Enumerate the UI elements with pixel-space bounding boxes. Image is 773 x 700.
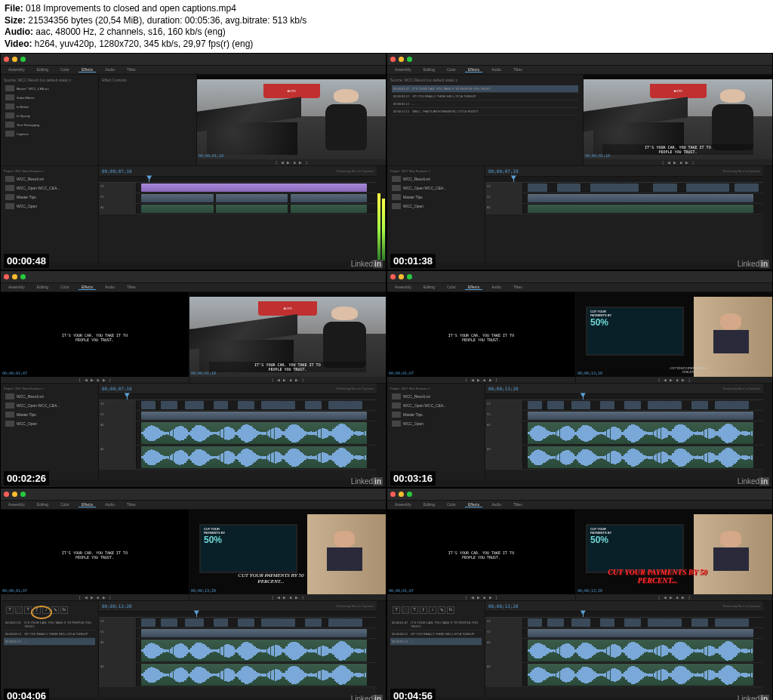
video-frame-5: AssemblyEditingColorEffectsAudioTitles I…	[386, 488, 773, 700]
video-frame-4: AssemblyEditingColorEffectsAudioTitles I…	[0, 488, 386, 700]
linkedin-watermark: Linkedin	[738, 260, 769, 268]
linkedin-watermark: Linkedin	[351, 260, 383, 268]
workspace-tabs[interactable]: AssemblyEditingColorEffectsAudioTitles	[1, 66, 386, 75]
workspace-tabs[interactable]: AssemblyEditingColorEffectsAudioTitles	[1, 283, 386, 292]
video-frame-0: AssemblyEditingColorEffectsAudioTitles S…	[0, 53, 386, 270]
title-bar	[387, 489, 772, 501]
workspace-tabs[interactable]: AssemblyEditingColorEffectsAudioTitles	[387, 283, 772, 292]
title-bar	[387, 271, 772, 283]
linkedin-watermark: Linkedin	[351, 695, 383, 700]
title-bar	[387, 54, 772, 66]
video-frame-2: AssemblyEditingColorEffectsAudioTitles I…	[0, 270, 386, 488]
frame-timestamp: 00:04:06	[4, 689, 49, 700]
workspace-tabs[interactable]: AssemblyEditingColorEffectsAudioTitles	[1, 501, 386, 510]
title-bar	[1, 489, 386, 501]
frame-timestamp: 00:04:56	[390, 689, 436, 700]
workspace-tabs[interactable]: AssemblyEditingColorEffectsAudioTitles	[387, 501, 772, 510]
linkedin-watermark: Linkedin	[738, 695, 769, 700]
frame-timestamp: 00:02:26	[4, 471, 49, 486]
file-info-header: File: 018 Improvements to closed and ope…	[0, 0, 773, 53]
frame-timestamp: 00:01:38	[390, 254, 436, 268]
title-bar	[1, 271, 386, 283]
workspace-tabs[interactable]: AssemblyEditingColorEffectsAudioTitles	[387, 66, 772, 75]
linkedin-watermark: Linkedin	[351, 477, 383, 486]
video-frame-1: AssemblyEditingColorEffectsAudioTitles S…	[386, 53, 773, 270]
video-frame-3: AssemblyEditingColorEffectsAudioTitles I…	[386, 270, 773, 488]
frame-timestamp: 00:00:48	[4, 254, 49, 268]
frame-timestamp: 00:03:16	[390, 471, 436, 486]
title-bar	[1, 54, 386, 66]
linkedin-watermark: Linkedin	[738, 477, 769, 486]
